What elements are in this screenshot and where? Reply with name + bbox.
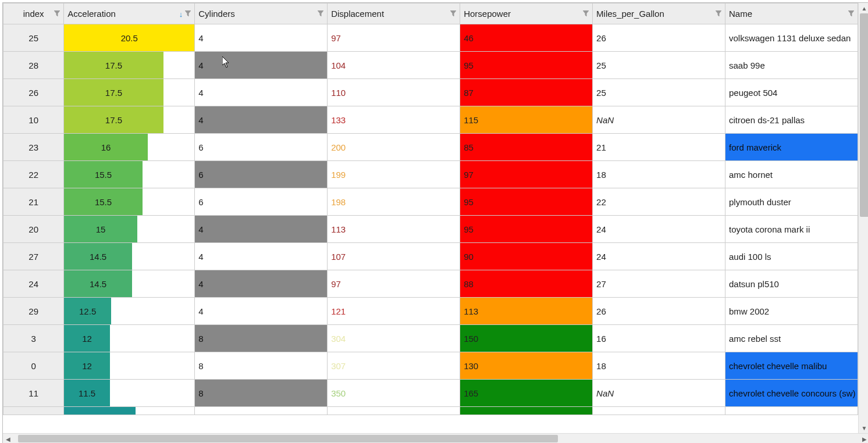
cell-name[interactable]: chevrolet chevelle concours (sw) [725, 380, 858, 407]
scroll-thumb[interactable] [860, 13, 868, 217]
cell-horsepower[interactable]: 150 [460, 325, 593, 352]
cell-acceleration[interactable]: 15.5 [64, 161, 195, 188]
cell-name[interactable]: peugeot 504 [725, 79, 858, 106]
cell-acceleration[interactable]: 11.5 [64, 380, 195, 407]
cell-index[interactable]: 3 [3, 325, 64, 352]
cell-index[interactable]: 22 [3, 161, 64, 188]
cell-name[interactable]: plymouth duster [725, 188, 858, 216]
cell-horsepower[interactable]: 90 [460, 243, 593, 270]
cell-displacement[interactable]: 104 [328, 52, 460, 79]
cell-index[interactable]: 26 [3, 79, 64, 106]
cell-index[interactable]: 28 [3, 52, 64, 79]
cell-name[interactable]: datsun pl510 [725, 270, 858, 298]
cell-mpg[interactable]: 16 [593, 325, 725, 352]
cell-acceleration[interactable]: 16 [64, 134, 195, 161]
cell-horsepower[interactable]: 113 [460, 298, 593, 325]
cell-cylinders[interactable]: 6 [195, 161, 328, 188]
cell-acceleration[interactable]: 15.5 [64, 188, 195, 216]
cell-displacement[interactable]: 304 [328, 325, 460, 352]
cell-cylinders[interactable]: 6 [195, 188, 328, 216]
cell-name[interactable]: audi 100 ls [725, 243, 858, 270]
header-horsepower[interactable]: Horsepower [460, 3, 593, 24]
cell-index[interactable]: 29 [3, 298, 64, 325]
table-row[interactable]: 1111.58350165NaNchevrolet chevelle conco… [3, 380, 858, 407]
scroll-thumb[interactable] [18, 435, 558, 442]
cell-acceleration[interactable]: 17.5 [64, 79, 195, 106]
cell-mpg[interactable]: NaN [593, 106, 725, 134]
scroll-down-icon[interactable]: ▼ [859, 423, 868, 433]
filter-icon[interactable] [583, 10, 589, 17]
table-row[interactable]: 2912.5412111326bmw 2002 [3, 298, 858, 325]
header-index[interactable]: index [3, 3, 64, 24]
cell-acceleration[interactable]: 17.5 [64, 106, 195, 134]
cell-name[interactable]: amc hornet [725, 161, 858, 188]
cell-index[interactable]: 25 [3, 24, 64, 52]
cell-cylinders[interactable]: 4 [195, 243, 328, 270]
cell-displacement[interactable]: 350 [328, 380, 460, 407]
table-row[interactable]: 1017.54133115NaNcitroen ds-21 pallas [3, 106, 858, 134]
filter-icon[interactable] [54, 10, 60, 17]
cell-mpg[interactable]: 25 [593, 79, 725, 106]
scroll-left-icon[interactable]: ◀ [3, 434, 13, 443]
table-row[interactable]: 312830415016amc rebel sst [3, 325, 858, 352]
sort-desc-icon[interactable]: ↓ [179, 9, 183, 18]
cell-mpg[interactable]: 27 [593, 270, 725, 298]
filter-icon[interactable] [450, 10, 456, 17]
cell-horsepower[interactable]: 97 [460, 161, 593, 188]
cell-name[interactable]: amc rebel sst [725, 325, 858, 352]
table-row[interactable]: 2817.541049525saab 99e [3, 52, 858, 79]
cell-acceleration[interactable]: 12 [64, 325, 195, 352]
cell-displacement[interactable]: 97 [328, 24, 460, 52]
cell-name[interactable]: volkswagen 1131 deluxe sedan [725, 24, 858, 52]
cell-displacement[interactable]: 198 [328, 188, 460, 216]
cell-horsepower[interactable]: 115 [460, 106, 593, 134]
header-displacement[interactable]: Displacement [328, 3, 460, 24]
scroll-right-icon[interactable]: ▶ [859, 434, 868, 443]
header-acceleration[interactable]: Acceleration ↓ [64, 3, 195, 24]
table-row[interactable]: 231662008521ford maverick [3, 134, 858, 161]
cell-name[interactable]: chevrolet chevelle malibu [725, 352, 858, 380]
filter-icon[interactable] [716, 10, 721, 17]
cell-acceleration[interactable]: 14.5 [64, 270, 195, 298]
cell-displacement[interactable]: 133 [328, 106, 460, 134]
data-grid[interactable]: index Acceleration ↓ Cylinders [3, 3, 858, 433]
cell-displacement[interactable]: 113 [328, 216, 460, 243]
cell-mpg[interactable]: 24 [593, 216, 725, 243]
cell-index[interactable]: 27 [3, 243, 64, 270]
cell-cylinders[interactable]: 6 [195, 134, 328, 161]
cell-displacement[interactable]: 307 [328, 352, 460, 380]
table-row[interactable]: 2414.54978827datsun pl510 [3, 270, 858, 298]
cell-name[interactable]: citroen ds-21 pallas [725, 106, 858, 134]
table-row[interactable]: 2714.541079024audi 100 ls [3, 243, 858, 270]
cell-acceleration[interactable]: 14.5 [64, 243, 195, 270]
header-mpg[interactable]: Miles_per_Gallon [593, 3, 725, 24]
scroll-track[interactable] [859, 13, 868, 423]
cell-horsepower[interactable]: 95 [460, 188, 593, 216]
cell-acceleration[interactable]: 15 [64, 216, 195, 243]
cell-index[interactable]: 21 [3, 188, 64, 216]
cell-cylinders[interactable]: 4 [195, 52, 328, 79]
cell-horsepower[interactable]: 46 [460, 24, 593, 52]
cell-mpg[interactable]: 26 [593, 298, 725, 325]
cell-mpg[interactable]: 18 [593, 352, 725, 380]
cell-cylinders[interactable]: 4 [195, 298, 328, 325]
cell-index[interactable]: 11 [3, 380, 64, 407]
cell-mpg[interactable]: 18 [593, 161, 725, 188]
cell-index[interactable]: 24 [3, 270, 64, 298]
cell-cylinders[interactable]: 4 [195, 106, 328, 134]
header-name[interactable]: Name [725, 3, 858, 24]
table-row[interactable]: 2215.561999718amc hornet [3, 161, 858, 188]
cell-acceleration[interactable]: 12.5 [64, 298, 195, 325]
cell-mpg[interactable]: 25 [593, 52, 725, 79]
filter-icon[interactable] [318, 10, 323, 17]
cell-name[interactable]: toyota corona mark ii [725, 216, 858, 243]
cell-cylinders[interactable]: 8 [195, 352, 328, 380]
cell-cylinders[interactable]: 4 [195, 270, 328, 298]
cell-displacement[interactable]: 199 [328, 161, 460, 188]
cell-name[interactable]: saab 99e [725, 52, 858, 79]
cell-mpg[interactable]: NaN [593, 380, 725, 407]
table-row[interactable]: 201541139524toyota corona mark ii [3, 216, 858, 243]
cell-name[interactable]: ford maverick [725, 134, 858, 161]
cell-cylinders[interactable]: 4 [195, 79, 328, 106]
vertical-scrollbar[interactable]: ▲ ▼ [858, 3, 868, 433]
